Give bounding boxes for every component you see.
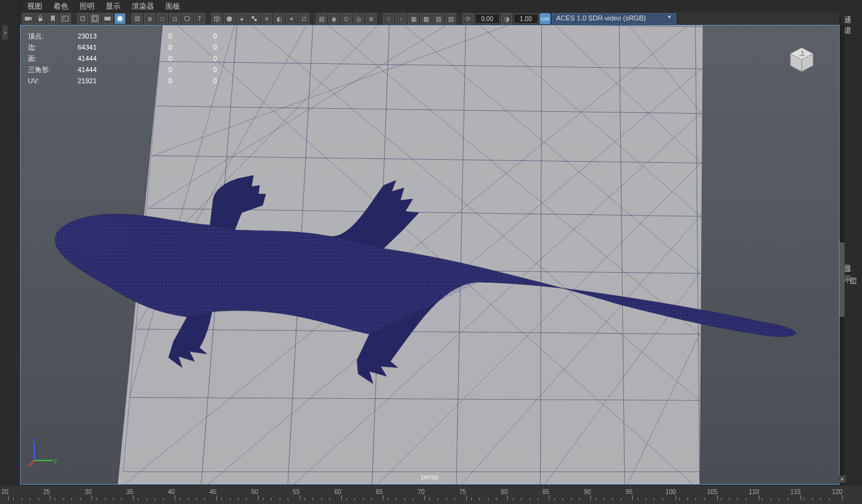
isolate-btn[interactable]: ⊙: [341, 13, 352, 24]
color-space-dropdown[interactable]: ACES 1.0 SDR-video (sRGB): [552, 13, 676, 24]
textured-btn[interactable]: [249, 13, 260, 24]
axis-gizmo[interactable]: z y x: [28, 436, 59, 467]
safe-title-btn[interactable]: ⊡: [169, 13, 180, 24]
stat-value: 0: [172, 77, 217, 85]
stat-value: 41444: [78, 55, 127, 62]
gamma-field[interactable]: [513, 14, 538, 24]
exposure-field[interactable]: [475, 14, 500, 24]
bookmark-btn[interactable]: [47, 13, 58, 24]
gamma-icon[interactable]: ◑: [501, 13, 512, 24]
camera-select-btn[interactable]: [22, 13, 34, 24]
grid-btn[interactable]: [132, 13, 143, 24]
left-strip: ◂: [0, 0, 20, 485]
safe-action-btn[interactable]: □: [157, 13, 168, 24]
resolution-gate-btn[interactable]: [89, 13, 101, 24]
menu-view[interactable]: 视图: [27, 1, 42, 12]
refresh-icon[interactable]: ⟳: [462, 13, 474, 24]
menu-renderer[interactable]: 渲染器: [132, 1, 154, 12]
dof-btn[interactable]: ◉: [328, 13, 339, 24]
display-btn[interactable]: ▨: [445, 13, 456, 24]
vertical-scrollbar[interactable]: [840, 25, 845, 485]
viewport-canvas[interactable]: [21, 25, 839, 484]
xray-joints-btn[interactable]: ⊛: [365, 13, 377, 24]
svg-rect-3: [62, 16, 68, 21]
svg-rect-5: [81, 17, 85, 21]
joint-size-btn[interactable]: ⊹: [383, 13, 394, 24]
film-origin-btn[interactable]: ⊕: [144, 13, 155, 24]
timeline-tick[interactable]: 90: [587, 488, 594, 500]
svg-rect-8: [104, 17, 111, 21]
timeline-tick[interactable]: 75: [462, 488, 469, 500]
timeline-tick[interactable]: 95: [629, 488, 636, 500]
svg-rect-11: [252, 16, 254, 19]
timeline-tick[interactable]: 80: [504, 488, 511, 500]
svg-rect-12: [254, 19, 257, 21]
timeline-tick[interactable]: 30: [88, 488, 95, 500]
layer-tab[interactable]: 层: [846, 273, 861, 289]
svg-text:y: y: [54, 457, 57, 464]
timeline-tick[interactable]: 20: [5, 488, 12, 500]
viewport-menu-bar: 视图 着色 照明 显示 渲染器 面板: [25, 0, 183, 12]
stat-row-edges: 边: 64341 0 0: [28, 42, 217, 53]
timeline-tick[interactable]: 40: [172, 488, 178, 500]
shadow-btn[interactable]: ◐: [273, 13, 285, 24]
left-toggle[interactable]: ◂: [2, 25, 8, 40]
color-btn[interactable]: ▧: [433, 13, 444, 24]
stat-value: 21921: [78, 77, 127, 85]
svg-point-51: [55, 216, 130, 256]
timeline-tick[interactable]: 85: [546, 488, 553, 500]
gate-mask-btn[interactable]: [102, 13, 113, 24]
time-ruler[interactable]: 2025303540455055606570758085909510010511…: [5, 485, 837, 500]
image-plane-btn[interactable]: [60, 13, 71, 24]
timeline-tick[interactable]: 35: [130, 488, 137, 500]
msaa-btn[interactable]: ▤: [316, 13, 327, 24]
wireframe-btn[interactable]: [181, 13, 193, 24]
stat-value: 0: [127, 44, 172, 51]
stat-label: 三角形:: [28, 65, 78, 75]
stat-value: 0: [172, 55, 217, 62]
cube-wire-btn[interactable]: [211, 13, 222, 24]
stat-row-verts: 顶点: 23013 0 0: [28, 30, 217, 42]
menu-panels[interactable]: 面板: [165, 1, 180, 12]
timeline-tick[interactable]: 120: [837, 488, 848, 500]
scroll-down-icon[interactable]: ▼: [838, 475, 846, 483]
film-gate-btn[interactable]: [77, 13, 88, 24]
svg-text:x: x: [28, 462, 30, 467]
motion-blur-btn[interactable]: ∅: [298, 13, 309, 24]
timeline-tick[interactable]: 70: [421, 488, 428, 500]
xray-btn[interactable]: ◎: [353, 13, 364, 24]
timeline-tick[interactable]: 60: [338, 488, 345, 500]
timeline-tick[interactable]: 50: [255, 488, 262, 500]
stat-row-uvs: UV: 21921 0 0: [28, 75, 217, 86]
stat-value: 0: [172, 66, 217, 73]
menu-lighting[interactable]: 照明: [80, 1, 94, 12]
svg-point-10: [185, 16, 190, 21]
poly-count-btn[interactable]: ▦: [408, 13, 419, 24]
timeline-tick[interactable]: 55: [296, 488, 303, 500]
color-management-btn[interactable]: CM: [539, 13, 551, 24]
stat-row-faces: 面: 41444 0 0: [28, 53, 217, 64]
svg-rect-0: [25, 17, 30, 21]
cube-solid-btn[interactable]: [224, 13, 235, 24]
viewcube[interactable]: 上: [787, 44, 817, 74]
menu-show[interactable]: 显示: [106, 1, 121, 12]
camera-lock-btn[interactable]: [35, 13, 46, 24]
sphere-btn[interactable]: ●: [236, 13, 247, 24]
stat-value: 41444: [78, 66, 127, 73]
viewport[interactable]: 顶点: 23013 0 0 边: 64341 0 0 面: 41444 0 0 …: [20, 25, 840, 485]
timeline[interactable]: 2025303540455055606570758085909510010511…: [0, 485, 862, 504]
stat-label: UV:: [28, 77, 78, 85]
scrollbar-thumb[interactable]: [840, 242, 845, 317]
light-btn[interactable]: ☀: [261, 13, 272, 24]
ao-btn[interactable]: ✦: [286, 13, 297, 24]
timeline-tick[interactable]: 45: [213, 488, 220, 500]
uv-btn[interactable]: ▩: [420, 13, 431, 24]
timeline-tick[interactable]: 25: [47, 488, 53, 500]
stat-value: 0: [127, 55, 172, 62]
solid-btn[interactable]: T: [194, 13, 205, 24]
transparent-sort-btn[interactable]: ↕: [395, 13, 406, 24]
menu-shading[interactable]: 着色: [53, 1, 68, 12]
timeline-tick[interactable]: 65: [380, 488, 387, 500]
shading-smooth-btn[interactable]: [114, 13, 126, 24]
stat-value: 0: [127, 77, 172, 85]
